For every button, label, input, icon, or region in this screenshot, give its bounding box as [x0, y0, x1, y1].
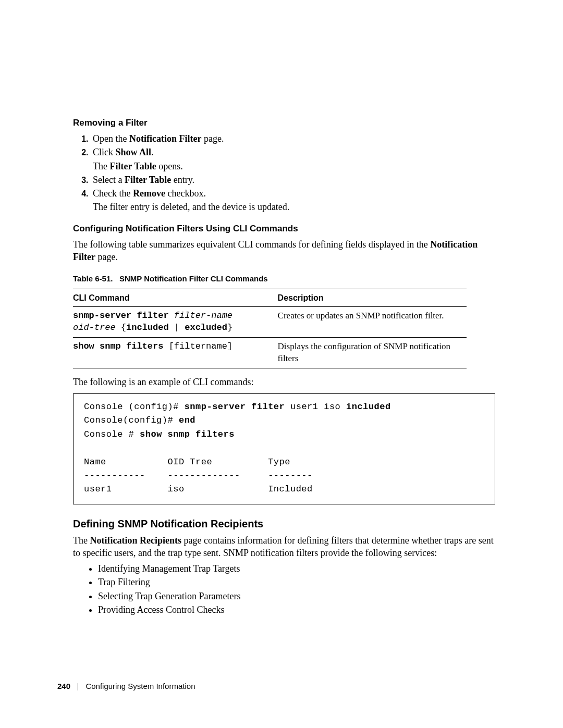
col-header-description: Description	[278, 289, 467, 307]
table-header-row: CLI Command Description	[73, 289, 467, 307]
page-number: 240	[57, 682, 70, 690]
table-row: show snmp filters [filtername] Displays …	[73, 337, 467, 368]
step-subtext: The filter entry is deleted, and the dev…	[93, 201, 495, 213]
cmd-keyword: show snmp filters	[73, 341, 169, 351]
intro-pre: The	[73, 535, 90, 546]
table-row: snmp-server filter filter-nameoid-tree {…	[73, 307, 467, 338]
step-sub-post: opens.	[156, 161, 183, 171]
step-text: page.	[201, 133, 224, 144]
intro-paragraph: The following table summarizes equivalen…	[73, 238, 495, 264]
chapter-title: Configuring System Information	[85, 682, 195, 690]
code-text: Console #	[84, 429, 140, 439]
list-item: Providing Access Control Checks	[98, 603, 495, 616]
heading-removing-filter: Removing a Filter	[73, 117, 495, 129]
step-text: Click	[93, 147, 116, 157]
cmd-punct: {	[116, 323, 126, 332]
caption-title: SNMP Notification Filter CLI Commands	[119, 274, 268, 283]
section3-intro: The Notification Recipients page contain…	[73, 534, 495, 560]
code-text: Console(config)#	[84, 415, 179, 425]
cmd-keyword: included	[126, 323, 169, 332]
list-item: Identifying Management Trap Targets	[98, 562, 495, 575]
intro-pre: The following table summarizes equivalen…	[73, 239, 430, 250]
code-block: Console (config)# snmp-server filter use…	[73, 393, 495, 504]
code-text: user1 iso	[285, 402, 346, 412]
step-text: checkbox.	[165, 188, 206, 199]
code-bold: end	[179, 415, 195, 425]
cmd-arg: [filtername]	[169, 341, 232, 351]
step-item: Check the Remove checkbox. The filter en…	[91, 187, 495, 214]
cmd-punct: }	[227, 323, 232, 332]
code-bold: included	[346, 402, 391, 412]
code-bold: snmp-server filter	[185, 402, 285, 412]
list-item: Selecting Trap Generation Parameters	[98, 590, 495, 602]
cell-command: snmp-server filter filter-nameoid-tree {…	[73, 307, 278, 338]
heading-cli-commands: Configuring Notification Filters Using C…	[73, 223, 495, 235]
list-item: Trap Filtering	[98, 576, 495, 588]
document-page: Removing a Filter Open the Notification …	[0, 0, 563, 728]
step-text: entry.	[171, 175, 194, 185]
cmd-keyword: excluded	[185, 323, 227, 332]
cell-description: Displays the configuration of SNMP notif…	[278, 337, 467, 368]
step-bold: Remove	[133, 188, 165, 199]
step-text: Open the	[93, 133, 129, 144]
footer-separator	[78, 683, 78, 690]
step-item: Open the Notification Filter page.	[91, 132, 495, 145]
intro-post: page.	[95, 252, 118, 262]
code-text: Name OID Tree Type	[84, 457, 290, 467]
code-text: ----------- ------------- --------	[84, 471, 313, 480]
step-item: Click Show All. The Filter Table opens.	[91, 146, 495, 172]
step-bold: Filter Table	[125, 175, 171, 185]
code-text: Console (config)#	[84, 402, 185, 412]
page-footer: 240 Configuring System Information	[57, 681, 195, 692]
step-subtext: The Filter Table opens.	[93, 160, 495, 172]
step-bold: Show All	[116, 147, 152, 157]
example-intro: The following is an example of CLI comma…	[73, 376, 495, 388]
cmd-keyword: snmp-server filter	[73, 311, 174, 320]
cmd-punct: |	[169, 323, 185, 332]
table-caption: Table 6-51. SNMP Notification Filter CLI…	[73, 274, 495, 284]
step-item: Select a Filter Table entry.	[91, 174, 495, 186]
step-sub-bold: Filter Table	[109, 161, 156, 171]
step-sub-pre: The	[93, 161, 109, 171]
code-text: user1 iso Included	[84, 484, 313, 494]
step-text: Select a	[93, 175, 125, 185]
heading-notification-recipients: Defining SNMP Notification Recipients	[73, 517, 495, 531]
step-text: .	[151, 147, 154, 157]
step-text: Check the	[93, 188, 133, 199]
steps-list: Open the Notification Filter page. Click…	[73, 132, 495, 214]
caption-number: Table 6-51.	[73, 274, 113, 283]
services-list: Identifying Management Trap Targets Trap…	[73, 562, 495, 616]
cell-command: show snmp filters [filtername]	[73, 337, 278, 368]
cell-description: Creates or updates an SNMP notification …	[278, 307, 467, 338]
col-header-command: CLI Command	[73, 289, 278, 307]
intro-bold: Notification Recipients	[90, 535, 181, 546]
step-bold: Notification Filter	[129, 133, 201, 144]
cli-commands-table: CLI Command Description snmp-server filt…	[73, 289, 467, 368]
code-bold: show snmp filters	[140, 429, 235, 439]
